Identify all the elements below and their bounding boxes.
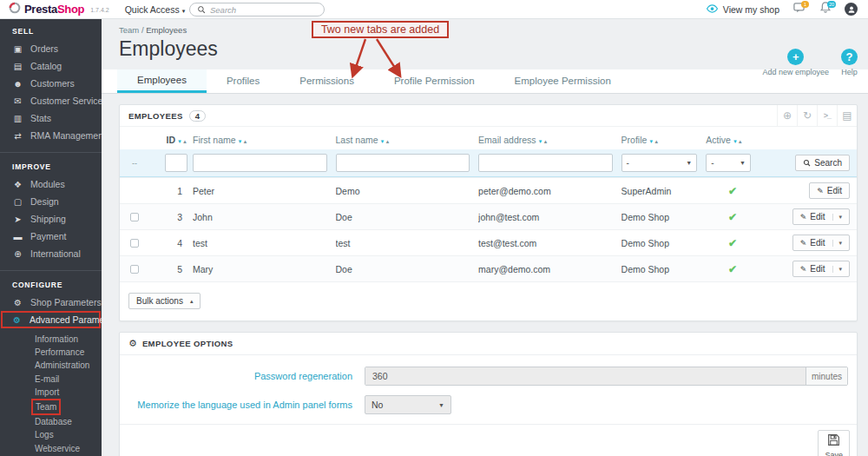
design-icon: ▢ [12,197,23,207]
chevron-down-icon[interactable]: ▾ [832,240,842,247]
filter-id-input[interactable] [165,154,187,172]
submenu-item-email[interactable]: E-mail [35,373,102,386]
active-check-icon[interactable]: ✔ [706,237,760,249]
search-button[interactable]: Search [795,155,850,171]
tab-profile-permission[interactable]: Profile Permission [374,69,495,93]
memorize-language-label: Memorize the language used in Admin pane… [120,400,352,410]
sidebar-item-advanced-parameters[interactable]: ⚙ Advanced Parameters ∧ [1,311,101,328]
form-row-password-regeneration: Password regeneration 360 minutes [120,367,848,386]
form-row-memorize-language: Memorize the language used in Admin pane… [120,395,848,414]
filter-email-input[interactable] [478,154,613,172]
submenu-item-webservice[interactable]: Webservice [35,442,102,455]
sql-query-icon[interactable]: >_ [817,105,837,126]
tab-permissions[interactable]: Permissions [279,69,374,93]
cell-email: mary@demo.com [478,264,621,274]
submenu-item-import[interactable]: Import [35,386,102,399]
tab-profiles[interactable]: Profiles [207,69,279,93]
notifications-button[interactable]: 20 [818,3,833,17]
page-title: Employees [102,35,868,61]
sidebar-item-orders[interactable]: ▣Orders [0,40,102,57]
add-new-employee-button[interactable]: + Add new employee [762,49,829,76]
chevron-down-icon[interactable]: ▾ [832,266,842,273]
sidebar-item-shipping[interactable]: ➤Shipping [0,210,102,228]
sidebar-item-shop-parameters[interactable]: ⚙Shop Parameters [0,294,102,311]
cell-id: 1 [149,186,193,196]
row-checkbox[interactable] [130,213,139,221]
submenu-item-logs[interactable]: Logs [35,428,102,441]
column-header-active[interactable]: Active▼▲ [706,135,760,145]
active-check-icon[interactable]: ✔ [706,211,760,223]
add-record-icon[interactable]: ⊕ [777,105,797,126]
filter-active-select[interactable]: -▼ [706,154,751,172]
filter-last-name-input[interactable] [336,154,470,172]
edit-button[interactable]: ✎Edit [809,182,850,199]
table-row: 5 Mary Doe mary@demo.com Demo Shop ✔ ✎Ed… [120,255,857,281]
help-button[interactable]: ? Help [841,49,858,76]
bulk-actions-button[interactable]: Bulk actions ▴ [128,293,201,309]
submenu-item-performance[interactable]: Performance [35,346,102,359]
column-header-id[interactable]: ID▼▲ [149,135,193,145]
pencil-icon: ✎ [800,265,807,274]
filter-profile-select[interactable]: -▼ [621,154,698,172]
breadcrumb: Team / Employees [102,19,868,35]
sidebar-item-payment[interactable]: ▬Payment [0,228,102,245]
sort-asc-icon: ▲ [243,139,248,144]
messages-button[interactable]: 1 [791,3,806,17]
submenu-item-information[interactable]: Information [35,333,102,346]
sidebar-item-modules[interactable]: ❖Modules [0,175,102,193]
prestashop-logo[interactable]: PrestaShop 1.7.4.2 [0,2,109,17]
add-icon: + [787,49,804,65]
tab-employees[interactable]: Employees [117,69,207,93]
search-icon [803,159,811,167]
chevron-down-icon[interactable]: ▾ [832,214,842,221]
tab-employee-permission[interactable]: Employee Permission [495,69,631,93]
save-button[interactable]: Save [818,430,850,456]
view-my-shop-link[interactable]: View my shop [706,4,779,15]
employees-panel: EMPLOYEES 4 ⊕ ↻ >_ ▤ ID▼▲ First name▼▲ L… [119,104,858,321]
password-regeneration-input[interactable]: 360 [365,367,806,385]
submenu-item-team[interactable]: Team [35,399,102,415]
edit-split-button[interactable]: ✎Edit▾ [792,208,850,225]
row-checkbox[interactable] [130,265,139,274]
employees-panel-title: EMPLOYEES [128,111,183,121]
filter-first-name-input[interactable] [193,154,327,172]
tabs-bar: Employees Profiles Permissions Profile P… [102,69,868,94]
cell-id: 3 [149,212,193,222]
quick-access-dropdown[interactable]: Quick Access ▾ [125,4,185,15]
column-header-email[interactable]: Email address▼▲ [478,135,621,145]
edit-split-button[interactable]: ✎Edit▾ [792,261,850,277]
refresh-icon[interactable]: ↻ [797,105,817,126]
sidebar-item-international[interactable]: ⊕International [0,245,102,262]
memorize-language-select[interactable]: No ▼ [365,395,451,414]
breadcrumb-parent[interactable]: Team [119,25,139,35]
sidebar-item-catalog[interactable]: ▤Catalog [0,57,102,75]
column-header-first-name[interactable]: First name▼▲ [193,135,336,145]
help-icon: ? [841,49,858,65]
row-checkbox[interactable] [130,239,139,248]
sidebar-item-design[interactable]: ▢Design [0,193,102,210]
shipping-icon: ➤ [12,215,23,224]
column-header-profile[interactable]: Profile▼▲ [621,135,707,145]
export-icon[interactable]: ▤ [837,105,857,126]
advanced-parameters-icon: ⚙ [11,315,23,325]
employee-options-form: Password regeneration 360 minutes Memori… [120,355,857,414]
submenu-item-administration[interactable]: Administration [35,359,102,372]
sidebar-item-customer-service[interactable]: ✉Customer Service [0,92,102,109]
sidebar-item-customers[interactable]: ☻Customers [0,75,102,92]
chevron-up-icon: ▴ [190,298,194,305]
active-check-icon[interactable]: ✔ [706,263,760,275]
profile-avatar[interactable] [845,3,858,16]
employee-options-panel: ⚙ EMPLOYEE OPTIONS Password regeneration… [119,332,858,456]
sidebar-item-rma-management[interactable]: ⇄RMA Management [0,127,102,144]
filter-row: -- -▼ -▼ Search [120,149,857,177]
sidebar-item-stats[interactable]: ▥Stats [0,109,102,127]
cell-first-name: Peter [193,186,336,196]
edit-split-button[interactable]: ✎Edit▾ [792,235,850,251]
active-check-icon[interactable]: ✔ [706,185,760,197]
sort-asc-icon: ▲ [182,139,187,144]
chevron-down-icon: ▼ [740,160,746,166]
search-input[interactable]: Search [189,3,325,17]
submenu-item-database[interactable]: Database [35,415,102,428]
column-header-last-name[interactable]: Last name▼▲ [336,135,479,145]
sidebar: SELL ▣Orders ▤Catalog ☻Customers ✉Custom… [0,19,102,456]
